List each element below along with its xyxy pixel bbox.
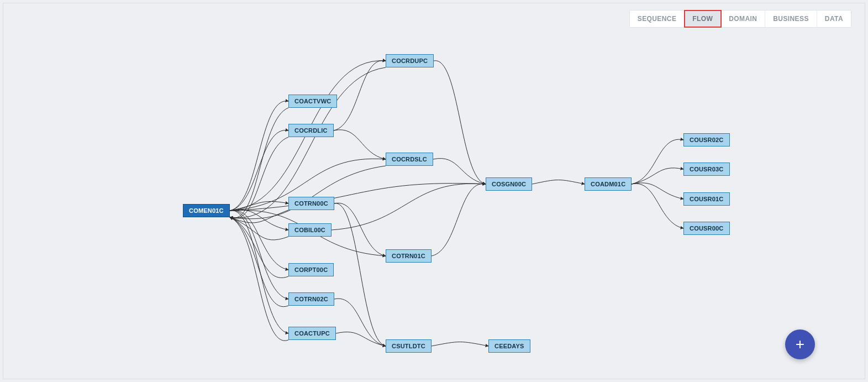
node-cocrdupc[interactable]: COCRDUPC xyxy=(386,54,434,67)
node-cocrdlic[interactable]: COCRDLIC xyxy=(288,124,334,137)
node-cousr02c[interactable]: COUSR02C xyxy=(683,133,730,146)
node-cotrn00c[interactable]: COTRN00C xyxy=(288,197,334,210)
node-cousr01c[interactable]: COUSR01C xyxy=(683,192,730,206)
edge-cotrn00c-cotrn01c xyxy=(334,203,386,256)
node-csutldtc[interactable]: CSUTLDTC xyxy=(386,339,432,353)
tab-flow[interactable]: FLOW xyxy=(685,11,721,27)
edge-coactupc-csutldtc xyxy=(336,332,386,346)
edge-root-cotrn02c xyxy=(230,211,288,299)
edge-cotrn02c-csutldtc xyxy=(334,299,386,346)
node-coactupc[interactable]: COACTUPC xyxy=(288,327,336,340)
edge-coadm01c-cousr01c xyxy=(632,183,683,199)
plus-icon: + xyxy=(796,336,804,353)
edge-cocrdslc-cosgn00c xyxy=(433,159,486,184)
tab-business[interactable]: BUSINESS xyxy=(765,11,817,27)
edge-coadm01c-cousr02c xyxy=(632,139,683,184)
view-tabs: SEQUENCE FLOW DOMAIN BUSINESS DATA xyxy=(629,10,851,28)
tab-data[interactable]: DATA xyxy=(817,11,851,27)
edge-cosgn00c-coadm01c xyxy=(532,180,585,185)
add-button[interactable]: + xyxy=(785,329,815,359)
edge-coactvwc-root xyxy=(230,108,288,218)
edge-coadm01c-cousr00c xyxy=(632,184,683,228)
node-cosgn00c[interactable]: COSGN00C xyxy=(486,177,532,191)
edge-coadm01c-cousr03c xyxy=(632,168,683,184)
edge-cotrn01c-cosgn00c xyxy=(432,184,486,256)
node-cobil00c[interactable]: COBIL00C xyxy=(288,223,332,237)
edge-root-cosgn00c xyxy=(230,184,486,211)
edge-coactupc-root xyxy=(230,217,288,341)
edge-cobil00c-cosgn00c xyxy=(332,184,486,230)
edge-cotrn00c-csutldtc xyxy=(334,203,386,346)
node-cotrn02c[interactable]: COTRN02C xyxy=(288,292,334,306)
node-coactvwc[interactable]: COACTVWC xyxy=(288,95,337,108)
edge-cocrdupc-root xyxy=(230,67,386,218)
node-cotrn01c[interactable]: COTRN01C xyxy=(386,249,432,263)
edge-root-coactvwc xyxy=(230,101,288,211)
edge-cotrn00c-root xyxy=(230,210,288,223)
tab-domain[interactable]: DOMAIN xyxy=(721,11,765,27)
diagram-canvas[interactable]: SEQUENCE FLOW DOMAIN BUSINESS DATA COMEN… xyxy=(3,3,865,379)
edge-cocrdlic-cocrdslc xyxy=(334,130,386,159)
edge-cocrdlic-cocrdupc xyxy=(334,60,386,130)
node-corpt00c[interactable]: CORPT00C xyxy=(288,263,334,276)
edge-cobil00c-root xyxy=(230,217,288,240)
node-comen01c[interactable]: COMEN01C xyxy=(183,204,230,217)
edge-cocrdlic-root xyxy=(230,137,288,218)
edge-cotrn02c-root xyxy=(230,217,288,307)
node-cousr00c[interactable]: COUSR00C xyxy=(683,222,730,235)
node-coadm01c[interactable]: COADM01C xyxy=(585,177,632,191)
node-cousr03c[interactable]: COUSR03C xyxy=(683,163,730,176)
edge-layer xyxy=(3,3,865,379)
node-ceedays[interactable]: CEEDAYS xyxy=(488,339,530,353)
edge-corpt00c-root xyxy=(230,217,288,278)
edge-cocrdupc-cosgn00c xyxy=(434,61,486,184)
edge-cocrdslc-root xyxy=(230,166,386,219)
edge-root-cobil00c xyxy=(230,210,288,230)
edge-csutldtc-ceedays xyxy=(432,342,488,347)
edge-root-coactupc xyxy=(230,211,288,333)
edge-root-cotrn00c xyxy=(230,201,288,211)
tab-sequence[interactable]: SEQUENCE xyxy=(630,11,685,27)
node-cocrdslc[interactable]: COCRDSLC xyxy=(386,153,433,166)
edge-root-corpt00c xyxy=(230,210,288,270)
edge-root-cocrdlic xyxy=(230,130,288,211)
